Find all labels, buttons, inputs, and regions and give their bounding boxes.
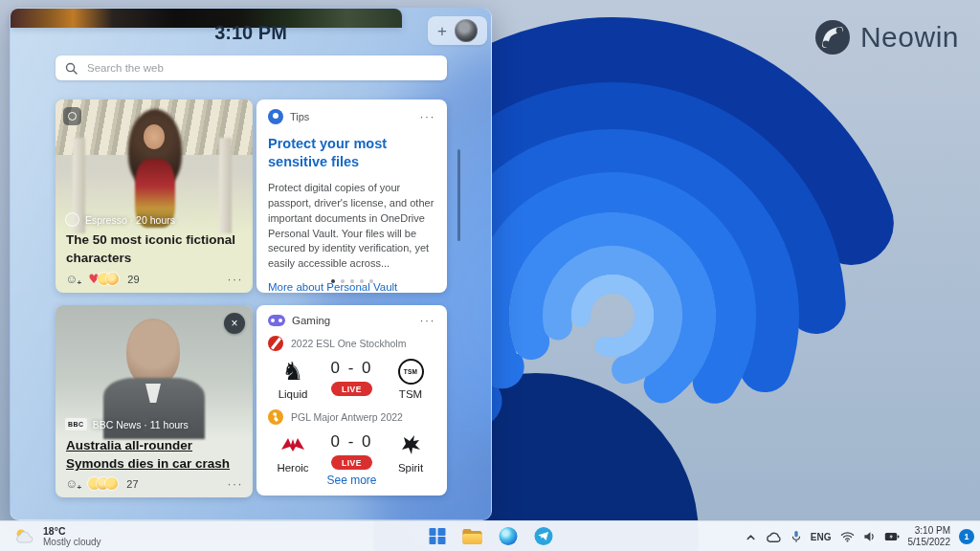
search-icon — [65, 62, 78, 75]
taskbar: 18°C Mostly cloudy — [0, 520, 980, 551]
panel-clock: 3:10 PM — [11, 22, 491, 44]
panel-account-pill: + — [428, 16, 487, 45]
battery-tray-button[interactable] — [884, 532, 900, 541]
search-input[interactable] — [85, 61, 437, 75]
volume-tray-button[interactable] — [863, 531, 876, 542]
see-more-link[interactable]: See more — [256, 474, 447, 487]
onedrive-icon — [766, 531, 782, 543]
match-row[interactable]: ♞ Liquid 0 - 0 LIVE TSM TSM — [268, 357, 435, 400]
msn-provider-icon — [63, 107, 81, 125]
tips-body: Protect digital copies of your passport,… — [268, 181, 435, 273]
pagination-dot[interactable] — [360, 279, 364, 283]
card-menu-button[interactable]: ··· — [420, 111, 436, 122]
telegram-button[interactable] — [531, 524, 556, 549]
event-name: PGL Major Antwerp 2022 — [291, 411, 403, 423]
reaction-emojis[interactable]: ♥ — [88, 273, 115, 285]
news-headline[interactable]: The 50 most iconic fictional characters — [66, 231, 243, 268]
add-widget-button[interactable]: + — [437, 23, 447, 39]
match-row[interactable]: Heroic 0 - 0 LIVE Spirit — [268, 430, 435, 474]
wifi-tray-button[interactable] — [840, 531, 855, 542]
notification-badge[interactable]: 1 — [959, 529, 974, 544]
neowin-logo-icon — [814, 19, 851, 55]
team-tsm-logo: TSM — [396, 357, 425, 386]
desktop: Neowin 3:10 PM + — [0, 0, 980, 551]
bbc-logo: BBC — [65, 418, 87, 430]
weather-icon — [13, 527, 36, 546]
volume-icon — [863, 531, 876, 542]
reaction-count: 29 — [127, 274, 139, 285]
tips-title[interactable]: Protect your most sensitive files — [268, 135, 435, 171]
team-name: TSM — [399, 388, 422, 400]
add-reaction-icon[interactable]: ☺+ — [65, 477, 78, 490]
add-reaction-icon[interactable]: ☺+ — [65, 273, 78, 285]
pagination-dot[interactable] — [369, 279, 373, 283]
neowin-logo-text: Neowin — [860, 21, 959, 54]
web-search-bar[interactable] — [56, 55, 447, 80]
tips-card[interactable]: Tips ··· Protect your most sensitive fil… — [256, 99, 447, 293]
start-icon — [429, 528, 445, 544]
live-badge[interactable]: LIVE — [331, 455, 372, 470]
file-explorer-button[interactable] — [460, 524, 485, 549]
battery-icon — [884, 532, 900, 541]
source-avatar — [65, 212, 79, 227]
microphone-icon — [791, 530, 802, 543]
tray-chevron-button[interactable] — [745, 531, 757, 543]
neowin-logo: Neowin — [814, 19, 959, 55]
reaction-row: ☺+ 27 ··· — [65, 477, 243, 490]
wifi-icon — [840, 531, 855, 542]
tips-pagination — [256, 279, 447, 283]
match-score: 0 - 0 — [330, 432, 372, 452]
card-menu-button[interactable]: ··· — [420, 315, 436, 326]
news-headline[interactable]: Australia all-rounder Symonds dies in ca… — [66, 437, 243, 474]
reaction-row: ☺+ ♥ 29 ··· — [65, 273, 243, 285]
tray-time: 3:10 PM — [915, 525, 950, 538]
tips-icon — [268, 109, 283, 124]
system-tray: ENG 3:10 PM — [745, 521, 976, 551]
pagination-dot[interactable] — [350, 279, 354, 283]
start-button[interactable] — [425, 524, 450, 549]
team-spirit-logo — [396, 430, 425, 459]
pagination-dot[interactable] — [341, 279, 345, 283]
news-card-espresso[interactable]: Espresso · 20 hours The 50 most iconic f… — [56, 99, 253, 293]
tips-app-label: Tips — [290, 111, 309, 122]
event-name: 2022 ESL One Stockholm — [291, 338, 406, 349]
pagination-dot[interactable] — [331, 279, 335, 283]
user-avatar[interactable] — [455, 19, 478, 42]
news-source: BBC BBC News · 11 hours — [65, 418, 189, 430]
weather-temperature: 18°C — [43, 525, 101, 537]
team-heroic-logo — [278, 430, 307, 459]
team-name: Spirit — [398, 462, 423, 474]
gaming-app-label: Gaming — [292, 315, 330, 326]
dota2-icon — [268, 336, 283, 351]
reaction-count: 27 — [126, 478, 138, 490]
microphone-tray-button[interactable] — [791, 530, 802, 543]
match-score: 0 - 0 — [330, 359, 372, 378]
weather-widget-button[interactable]: 18°C Mostly cloudy — [6, 521, 109, 551]
gaming-card[interactable]: Gaming ··· 2022 ESL One Stockholm ♞ Liqu… — [256, 305, 447, 496]
language-indicator[interactable]: ENG — [811, 532, 832, 542]
source-label: BBC News · 11 hours — [93, 419, 189, 430]
live-badge[interactable]: LIVE — [331, 382, 372, 396]
team-name: Liquid — [278, 388, 308, 400]
chevron-up-icon — [745, 531, 757, 543]
file-explorer-icon — [463, 529, 482, 544]
reaction-emojis[interactable] — [88, 477, 114, 490]
source-label: Espresso · 20 hours — [85, 214, 175, 226]
tray-date: 5/15/2022 — [908, 537, 951, 549]
card-menu-button[interactable]: ··· — [228, 274, 244, 285]
news-card-bbc[interactable]: × BBC BBC News · 11 hours Australia all-… — [56, 305, 253, 497]
edge-button[interactable] — [496, 524, 521, 549]
team-name: Heroic — [277, 462, 308, 474]
weather-condition: Mostly cloudy — [43, 537, 101, 548]
gamepad-icon — [268, 315, 285, 326]
onedrive-tray-button[interactable] — [766, 531, 782, 543]
panel-scrollbar[interactable] — [457, 149, 460, 241]
telegram-icon — [534, 527, 552, 545]
tips-link[interactable]: More about Personal Vault — [268, 281, 435, 293]
tray-clock[interactable]: 3:10 PM 5/15/2022 — [908, 525, 951, 549]
news-source: Espresso · 20 hours — [65, 212, 175, 227]
laugh-emoji-icon — [105, 477, 118, 490]
close-icon[interactable]: × — [224, 313, 245, 334]
csgo-icon — [268, 409, 283, 425]
card-menu-button[interactable]: ··· — [228, 478, 244, 490]
